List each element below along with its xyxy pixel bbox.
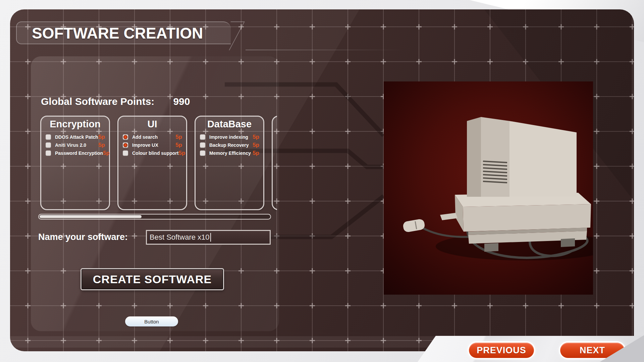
software-name-label: Name your software: (38, 232, 128, 242)
option-row: DDOS Attack Patch 5p (41, 133, 109, 141)
option-label: Improve UX (132, 142, 158, 148)
option-row: Backup Recovery 5p (196, 141, 263, 149)
option-label: Add search (132, 134, 158, 140)
category-panel-ui: UI Add search 5p Improve UX 5p (117, 116, 187, 210)
create-software-button[interactable]: CREATE SOFTWARE (80, 268, 224, 290)
option-price: 5p (175, 142, 182, 148)
option-checkbox[interactable] (123, 150, 128, 156)
option-row: Add search 5p (118, 133, 186, 141)
page-title: SOFTWARE CREATION (32, 24, 203, 42)
option-row: Memory Efficiency 5p (196, 149, 263, 157)
option-price: 5p (98, 134, 105, 140)
creation-form-panel: Global Software Points: 990 Encryption D… (31, 56, 279, 331)
option-checkbox[interactable] (46, 134, 51, 140)
main-panel: SOFTWARE CREATION Global Software Points… (10, 9, 634, 351)
text-caret (210, 233, 211, 242)
misc-button[interactable]: Button (125, 316, 178, 326)
option-row: Password Encryption 5p (41, 149, 109, 157)
option-checkbox[interactable] (46, 150, 51, 156)
software-creation-screen: SOFTWARE CREATION Global Software Points… (0, 0, 644, 362)
option-checkbox[interactable] (123, 134, 128, 140)
option-row: Aniti Virus 2.0 5p (41, 141, 109, 149)
category-scroll-viewport: Encryption DDOS Attack Patch 5p Aniti Vi… (40, 116, 277, 212)
category-title: DataBase (196, 119, 263, 130)
option-price: 5p (253, 134, 259, 140)
option-price: 5p (253, 142, 259, 148)
option-checkbox[interactable] (46, 142, 51, 148)
option-price: 5p (178, 150, 185, 157)
software-name-value: Best Software x10 (150, 233, 210, 242)
global-points-value: 990 (173, 96, 190, 107)
header-trail-line (246, 50, 403, 50)
computer-preview-display (384, 81, 593, 295)
option-price: 5p (175, 134, 182, 140)
global-points-row: Global Software Points: 990 (41, 96, 190, 107)
option-row: Improve indexing 5p (196, 133, 263, 141)
option-label: Aniti Virus 2.0 (55, 142, 86, 148)
option-price: 5p (103, 150, 110, 157)
option-price: 5p (253, 150, 259, 157)
global-points-label: Global Software Points: (41, 96, 154, 107)
scrollbar-thumb[interactable] (40, 215, 142, 218)
option-price: 5p (98, 142, 105, 148)
option-label: DDOS Attack Patch (55, 134, 98, 140)
category-panel-partial (272, 116, 277, 210)
option-label: Colour blind support (132, 150, 178, 156)
retro-computer-render (384, 81, 593, 295)
software-name-input[interactable]: Best Software x10 (146, 230, 271, 245)
previous-button[interactable]: PREVIOUS (469, 343, 534, 358)
option-row: Improve UX 5p (118, 141, 186, 149)
option-label: Memory Efficiency (209, 150, 251, 156)
option-label: Password Encryption (55, 150, 103, 156)
category-title: UI (118, 119, 186, 130)
category-title: Encryption (41, 119, 109, 130)
category-panel-encryption: Encryption DDOS Attack Patch 5p Aniti Vi… (40, 116, 110, 210)
category-scrollbar[interactable] (38, 214, 271, 220)
option-checkbox[interactable] (200, 150, 205, 156)
option-label: Backup Recovery (209, 142, 249, 148)
category-panel-database: DataBase Improve indexing 5p Backup Reco… (195, 116, 264, 210)
option-checkbox[interactable] (123, 142, 128, 148)
option-checkbox[interactable] (200, 142, 205, 148)
option-row: Colour blind support 5p (118, 149, 186, 157)
option-label: Improve indexing (209, 134, 248, 140)
option-checkbox[interactable] (200, 134, 205, 140)
